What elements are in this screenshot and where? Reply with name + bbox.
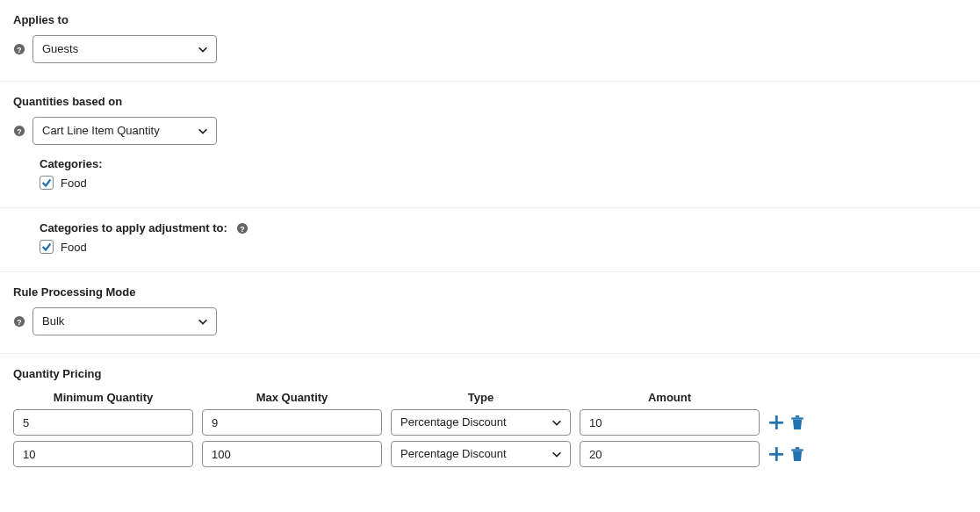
amount-value: 20 [589,448,602,461]
quantities-field-row: ? Cart Line Item Quantity [13,117,967,145]
quantities-select[interactable]: Cart Line Item Quantity [32,117,217,145]
svg-text:?: ? [240,224,244,233]
quantities-heading: Quantities based on [13,95,967,108]
quantity-pricing-row: 10 100 Percentage Discount 20 [13,441,967,467]
svg-rect-11 [796,415,800,417]
chevron-down-icon [197,315,209,328]
category-item-food: Food [40,176,967,190]
rule-processing-select[interactable]: Bulk [32,307,217,335]
section-apply-adjustment: Categories to apply adjustment to: ? Foo… [0,208,980,272]
rule-processing-heading: Rule Processing Mode [13,285,967,299]
chevron-down-icon [551,416,563,429]
rule-processing-value: Bulk [33,308,96,335]
svg-rect-15 [796,447,800,449]
food-label: Food [61,177,87,190]
section-rule-processing: Rule Processing Mode ? Bulk [0,272,980,354]
help-icon[interactable]: ? [13,43,25,55]
apply-adjustment-heading-text: Categories to apply adjustment to: [40,221,227,234]
categories-block: Categories: Food [40,157,967,190]
section-quantities-based-on: Quantities based on ? Cart Line Item Qua… [0,82,980,208]
applies-to-heading: Applies to [13,13,967,26]
type-select[interactable]: Percentage Discount [391,441,571,467]
help-icon[interactable]: ? [13,125,25,137]
quantity-pricing-headers: Minimum Quantity Max Quantity Type Amoun… [13,391,967,404]
categories-label: Categories: [40,157,967,170]
section-applies-to: Applies to ? Guests [0,0,980,82]
svg-text:?: ? [17,318,21,327]
quantities-value: Cart Line Item Quantity [33,118,191,144]
min-quantity-input[interactable]: 10 [13,441,193,467]
delete-row-button[interactable] [789,446,805,462]
apply-food-checkbox[interactable] [40,240,54,254]
svg-rect-10 [791,417,803,419]
help-icon[interactable]: ? [13,315,25,328]
amount-input[interactable]: 10 [580,409,760,436]
add-row-button[interactable] [768,415,784,430]
qp-header-actions [768,391,812,404]
min-quantity-input[interactable]: 5 [13,409,193,436]
min-quantity-value: 10 [23,448,35,461]
max-quantity-input[interactable]: 9 [202,409,382,436]
help-icon[interactable]: ? [236,222,249,234]
applies-to-field-row: ? Guests [13,35,967,63]
delete-row-button[interactable] [789,415,805,430]
applies-to-select[interactable]: Guests [32,35,217,63]
svg-rect-14 [791,449,803,451]
max-quantity-value: 100 [212,448,231,461]
qp-header-type: Type [391,391,571,404]
apply-adjustment-heading: Categories to apply adjustment to: ? [40,221,967,234]
qp-header-max: Max Quantity [202,391,382,404]
amount-input[interactable]: 20 [580,441,760,467]
applies-to-value: Guests [33,36,110,62]
max-quantity-input[interactable]: 100 [202,441,382,467]
svg-text:?: ? [17,46,21,54]
svg-text:?: ? [17,127,21,136]
chevron-down-icon [197,125,209,137]
apply-food-label: Food [61,241,87,254]
apply-category-item-food: Food [40,240,967,254]
type-value: Percentage Discount [392,442,570,466]
quantity-pricing-row: 5 9 Percentage Discount 10 [13,409,967,436]
amount-value: 10 [589,416,602,429]
add-row-button[interactable] [768,446,784,462]
food-checkbox[interactable] [40,176,54,190]
chevron-down-icon [551,448,563,460]
apply-adjustment-block: Categories to apply adjustment to: ? Foo… [40,221,967,254]
svg-rect-13 [769,453,783,456]
type-select[interactable]: Percentage Discount [391,409,571,436]
max-quantity-value: 9 [212,416,218,429]
qp-header-min: Minimum Quantity [13,391,193,404]
quantity-pricing-heading: Quantity Pricing [13,367,967,380]
chevron-down-icon [197,43,209,55]
min-quantity-value: 5 [23,416,29,429]
rule-processing-field-row: ? Bulk [13,307,967,335]
section-quantity-pricing: Quantity Pricing Minimum Quantity Max Qu… [0,354,980,490]
type-value: Percentage Discount [392,410,570,435]
qp-header-amount: Amount [580,391,760,404]
svg-rect-9 [769,422,783,424]
